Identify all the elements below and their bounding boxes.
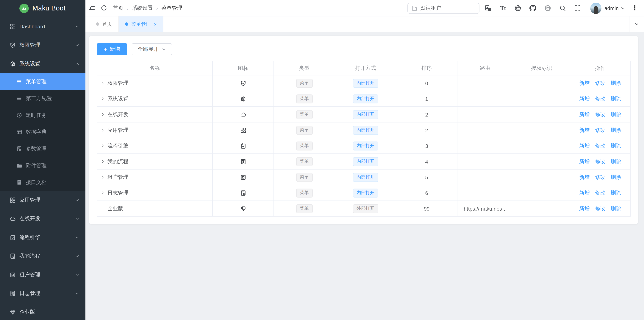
sidebar-item-菜单管理[interactable]: 菜单管理 bbox=[0, 73, 86, 90]
expand-row-icon[interactable] bbox=[101, 112, 108, 117]
action-修改-link[interactable]: 修改 bbox=[595, 142, 606, 148]
menu-lines-icon bbox=[16, 79, 22, 84]
cell-icon bbox=[212, 91, 274, 107]
globe-icon[interactable] bbox=[514, 5, 522, 12]
sidebar-item-label: 权限管理 bbox=[20, 42, 40, 49]
sidebar-item-定时任务[interactable]: 定时任务 bbox=[0, 107, 86, 124]
action-修改-link[interactable]: 修改 bbox=[595, 189, 606, 195]
username[interactable]: admin bbox=[604, 5, 619, 11]
cell-type: 菜单 bbox=[274, 201, 335, 216]
expand-row-icon[interactable] bbox=[101, 144, 108, 148]
action-删除-link[interactable]: 删除 bbox=[610, 80, 621, 86]
action-修改-link[interactable]: 修改 bbox=[595, 158, 606, 164]
action-修改-link[interactable]: 修改 bbox=[595, 205, 606, 211]
sidebar-item-接口文档[interactable]: 接口文档 bbox=[0, 174, 86, 191]
refresh-icon[interactable] bbox=[100, 5, 107, 12]
sidebar-item-数据字典[interactable]: 数据字典 bbox=[0, 124, 86, 140]
action-删除-link[interactable]: 删除 bbox=[610, 127, 621, 133]
sidebar-menu: Dashboard 权限管理 系统设置 菜单管理 第三方配置 定时任务 数据字典… bbox=[0, 17, 86, 320]
table-row: 企业版 菜单 外部打开 99 https://maku.net/... 新增修改… bbox=[97, 201, 630, 216]
cell-icon bbox=[212, 201, 274, 216]
action-删除-link[interactable]: 删除 bbox=[610, 111, 621, 117]
kebab-dots-icon[interactable]: ⋮ bbox=[632, 4, 638, 12]
sidebar-item-参数管理[interactable]: 参数管理 bbox=[0, 140, 86, 157]
sidebar-item-日志管理[interactable]: 日志管理 bbox=[0, 284, 86, 303]
action-删除-link[interactable]: 删除 bbox=[610, 158, 621, 164]
action-修改-link[interactable]: 修改 bbox=[595, 174, 606, 180]
cell-type: 菜单 bbox=[274, 122, 335, 138]
action-新增-link[interactable]: 新增 bbox=[579, 127, 590, 133]
column-header-图标: 图标 bbox=[212, 61, 274, 75]
action-新增-link[interactable]: 新增 bbox=[579, 95, 590, 101]
close-icon[interactable]: × bbox=[154, 22, 157, 27]
cell-icon bbox=[212, 107, 274, 122]
add-button[interactable]: + 新增 bbox=[97, 43, 127, 55]
action-删除-link[interactable]: 删除 bbox=[610, 142, 621, 148]
type-badge: 菜单 bbox=[296, 110, 312, 119]
action-删除-link[interactable]: 删除 bbox=[610, 95, 621, 101]
sidebar-item-租户管理[interactable]: 租户管理 bbox=[0, 265, 86, 284]
chevron-down-icon[interactable] bbox=[620, 6, 625, 10]
breadcrumb-item[interactable]: 系统设置 bbox=[132, 5, 153, 12]
github-icon[interactable] bbox=[530, 5, 536, 12]
grid-icon bbox=[10, 197, 16, 203]
action-新增-link[interactable]: 新增 bbox=[579, 158, 590, 164]
cell-sort: 6 bbox=[396, 185, 457, 201]
fullscreen-icon[interactable] bbox=[574, 5, 581, 12]
font-size-icon[interactable]: Tt bbox=[500, 5, 507, 12]
action-修改-link[interactable]: 修改 bbox=[595, 111, 606, 117]
sidebar-item-附件管理[interactable]: 附件管理 bbox=[0, 157, 86, 174]
translate-icon[interactable] bbox=[485, 5, 492, 12]
avatar[interactable] bbox=[590, 3, 602, 14]
sidebar-item-系统设置[interactable]: 系统设置 bbox=[0, 55, 86, 73]
action-新增-link[interactable]: 新增 bbox=[579, 142, 590, 148]
menu-lines-icon bbox=[16, 96, 22, 101]
gitee-icon[interactable] bbox=[544, 5, 552, 12]
action-修改-link[interactable]: 修改 bbox=[595, 127, 606, 133]
expand-row-icon[interactable] bbox=[101, 159, 108, 164]
tenant-select[interactable]: 默认租户 bbox=[408, 3, 480, 14]
breadcrumb-item[interactable]: 首页 bbox=[113, 5, 124, 12]
open-mode-badge: 内部打开 bbox=[353, 141, 378, 150]
search-icon[interactable] bbox=[559, 5, 566, 12]
expand-all-button[interactable]: 全部展开 bbox=[132, 43, 172, 55]
action-删除-link[interactable]: 删除 bbox=[610, 205, 621, 211]
chevron-down-icon bbox=[75, 24, 80, 29]
fold-sidebar-icon[interactable] bbox=[88, 5, 95, 12]
sidebar-item-label: 定时任务 bbox=[26, 112, 47, 119]
action-新增-link[interactable]: 新增 bbox=[579, 189, 590, 195]
column-header-名称: 名称 bbox=[97, 61, 212, 75]
app-logo[interactable]: Maku Boot bbox=[0, 0, 86, 17]
type-badge: 菜单 bbox=[296, 141, 312, 150]
sidebar-item-权限管理[interactable]: 权限管理 bbox=[0, 36, 86, 55]
sidebar-item-在线开发[interactable]: 在线开发 bbox=[0, 209, 86, 228]
expand-row-icon[interactable] bbox=[101, 175, 108, 179]
action-修改-link[interactable]: 修改 bbox=[595, 80, 606, 86]
type-badge: 菜单 bbox=[296, 79, 312, 88]
action-新增-link[interactable]: 新增 bbox=[579, 205, 590, 211]
tab-首页[interactable]: 首页 bbox=[90, 17, 119, 32]
action-删除-link[interactable]: 删除 bbox=[610, 189, 621, 195]
sidebar-item-第三方配置[interactable]: 第三方配置 bbox=[0, 90, 86, 107]
expand-row-icon[interactable] bbox=[101, 191, 108, 195]
action-新增-link[interactable]: 新增 bbox=[579, 111, 590, 117]
chevron-down-icon bbox=[75, 198, 80, 202]
tabs-dropdown-button[interactable] bbox=[629, 17, 644, 32]
expand-row-icon[interactable] bbox=[101, 97, 108, 101]
open-mode-badge: 内部打开 bbox=[353, 126, 378, 135]
sidebar-item-流程引擎[interactable]: 流程引擎 bbox=[0, 228, 86, 247]
sidebar-item-label: 参数管理 bbox=[26, 145, 47, 152]
sidebar-item-Dashboard[interactable]: Dashboard bbox=[0, 17, 86, 36]
doc-clock-icon bbox=[10, 290, 16, 296]
tab-菜单管理[interactable]: 菜单管理 × bbox=[119, 17, 164, 32]
action-删除-link[interactable]: 删除 bbox=[610, 174, 621, 180]
action-新增-link[interactable]: 新增 bbox=[579, 174, 590, 180]
action-修改-link[interactable]: 修改 bbox=[595, 95, 606, 101]
expand-row-icon[interactable] bbox=[101, 128, 108, 132]
action-新增-link[interactable]: 新增 bbox=[579, 80, 590, 86]
sidebar-item-应用管理[interactable]: 应用管理 bbox=[0, 191, 86, 209]
sidebar-item-我的流程[interactable]: 我的流程 bbox=[0, 247, 86, 265]
sidebar-item-企业版[interactable]: 企业版 bbox=[0, 303, 86, 320]
cell-sort: 2 bbox=[396, 107, 457, 122]
expand-row-icon[interactable] bbox=[101, 81, 108, 85]
